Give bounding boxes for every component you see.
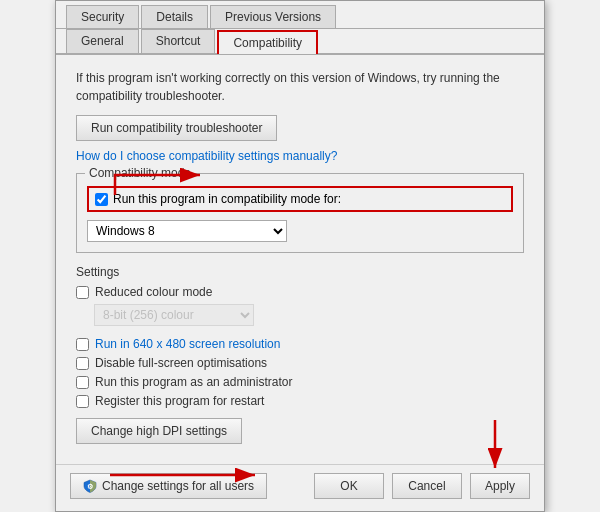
tab-shortcut[interactable]: Shortcut — [141, 29, 216, 53]
run-as-admin-row: Run this program as an administrator — [76, 375, 524, 389]
compat-mode-select[interactable]: Windows 8 — [87, 220, 287, 242]
reduced-colour-checkbox[interactable] — [76, 286, 89, 299]
fullscreen-opt-checkbox[interactable] — [76, 357, 89, 370]
run-as-admin-label: Run this program as an administrator — [95, 375, 292, 389]
fullscreen-opt-row: Disable full-screen optimisations — [76, 356, 524, 370]
reduced-colour-label: Reduced colour mode — [95, 285, 212, 299]
register-restart-row: Register this program for restart — [76, 394, 524, 408]
change-settings-button[interactable]: ⚙ Change settings for all users — [70, 473, 267, 499]
screen-resolution-row: Run in 640 x 480 screen resolution — [76, 337, 524, 351]
screen-resolution-checkbox[interactable] — [76, 338, 89, 351]
compat-mode-legend: Compatibility mode — [85, 166, 195, 180]
svg-text:⚙: ⚙ — [87, 483, 93, 490]
apply-button[interactable]: Apply — [470, 473, 530, 499]
how-do-i-link[interactable]: How do I choose compatibility settings m… — [76, 149, 524, 163]
register-restart-label: Register this program for restart — [95, 394, 264, 408]
shield-icon: ⚙ — [83, 479, 97, 493]
run-as-admin-checkbox[interactable] — [76, 376, 89, 389]
tab-previous-versions[interactable]: Previous Versions — [210, 5, 336, 28]
run-troubleshooter-button[interactable]: Run compatibility troubleshooter — [76, 115, 277, 141]
ok-button[interactable]: OK — [314, 473, 384, 499]
compat-dropdown-container: Windows 8 — [87, 220, 513, 242]
colour-dropdown: 8-bit (256) colour — [94, 304, 254, 326]
tab-compatibility[interactable]: Compatibility — [217, 30, 318, 54]
compat-mode-checkbox[interactable] — [95, 193, 108, 206]
screen-resolution-label: Run in 640 x 480 screen resolution — [95, 337, 280, 351]
fullscreen-opt-label: Disable full-screen optimisations — [95, 356, 267, 370]
change-settings-label: Change settings for all users — [102, 479, 254, 493]
footer: ⚙ Change settings for all users OK Cance… — [56, 464, 544, 511]
settings-section: Settings Reduced colour mode 8-bit (256)… — [76, 265, 524, 444]
tab-details[interactable]: Details — [141, 5, 208, 28]
reduced-colour-row: Reduced colour mode — [76, 285, 524, 299]
description-text: If this program isn't working correctly … — [76, 69, 524, 105]
cancel-button[interactable]: Cancel — [392, 473, 462, 499]
change-dpi-button[interactable]: Change high DPI settings — [76, 418, 242, 444]
tab-security[interactable]: Security — [66, 5, 139, 28]
compat-mode-label: Run this program in compatibility mode f… — [113, 192, 341, 206]
compatibility-mode-group: Compatibility mode Run this program in c… — [76, 173, 524, 253]
register-restart-checkbox[interactable] — [76, 395, 89, 408]
tab-general[interactable]: General — [66, 29, 139, 53]
compat-mode-row: Run this program in compatibility mode f… — [87, 186, 513, 212]
settings-legend: Settings — [76, 265, 524, 279]
